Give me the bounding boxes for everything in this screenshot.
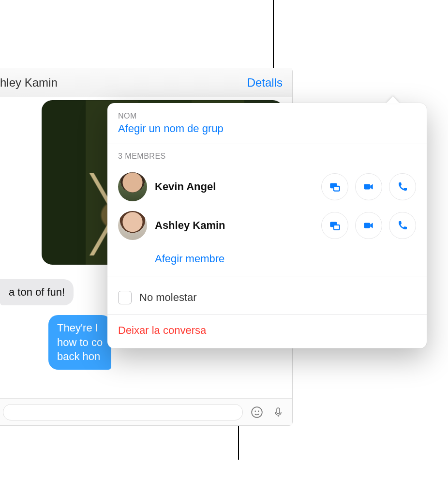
dnd-label: No molestar bbox=[139, 291, 197, 304]
divider bbox=[107, 314, 427, 315]
screenshare-icon[interactable] bbox=[321, 212, 348, 239]
member-row: Kevin Angel bbox=[118, 167, 416, 206]
avatar bbox=[118, 211, 147, 240]
conversation-title: hley Kamin bbox=[0, 76, 58, 90]
message-text: They're l how to co back hon bbox=[57, 322, 103, 362]
name-section-label: Nom bbox=[118, 112, 416, 120]
phone-icon[interactable] bbox=[389, 212, 416, 239]
svg-rect-8 bbox=[334, 225, 340, 230]
microphone-icon[interactable] bbox=[271, 405, 285, 420]
svg-point-1 bbox=[254, 410, 256, 412]
divider bbox=[107, 276, 427, 276]
svg-rect-6 bbox=[364, 184, 370, 190]
add-group-name-button[interactable]: Afegir un nom de grup bbox=[118, 122, 224, 142]
divider bbox=[107, 144, 427, 144]
message-input-bar bbox=[0, 398, 292, 425]
outgoing-message: They're l how to co back hon bbox=[48, 315, 111, 370]
chat-header: hley Kamin Detalls bbox=[0, 68, 292, 97]
add-member-button[interactable]: Afegir membre bbox=[118, 245, 224, 274]
svg-point-0 bbox=[252, 407, 262, 418]
dnd-checkbox[interactable] bbox=[118, 291, 132, 304]
video-icon[interactable] bbox=[355, 212, 382, 239]
member-actions bbox=[321, 212, 416, 239]
avatar bbox=[118, 172, 147, 201]
member-row: Ashley Kamin bbox=[118, 206, 416, 245]
member-actions bbox=[321, 173, 416, 200]
video-icon[interactable] bbox=[355, 173, 382, 200]
member-name: Kevin Angel bbox=[155, 180, 314, 193]
screenshare-icon[interactable] bbox=[321, 173, 348, 200]
svg-rect-9 bbox=[364, 223, 370, 228]
message-text: a ton of fun! bbox=[9, 286, 65, 298]
emoji-icon[interactable] bbox=[250, 405, 264, 420]
details-button[interactable]: Detalls bbox=[247, 76, 284, 90]
member-name: Ashley Kamin bbox=[155, 219, 314, 232]
svg-rect-5 bbox=[334, 186, 340, 191]
members-section-label: 3 membres bbox=[118, 152, 416, 161]
message-input[interactable] bbox=[3, 404, 243, 420]
phone-icon[interactable] bbox=[389, 173, 416, 200]
svg-point-2 bbox=[258, 410, 259, 412]
details-popover: Nom Afegir un nom de grup 3 membres Kevi… bbox=[107, 103, 427, 348]
do-not-disturb-row: No molestar bbox=[118, 284, 416, 312]
leave-conversation-button[interactable]: Deixar la conversa bbox=[118, 322, 206, 337]
svg-rect-3 bbox=[277, 408, 280, 414]
incoming-message: a ton of fun! bbox=[0, 279, 74, 305]
